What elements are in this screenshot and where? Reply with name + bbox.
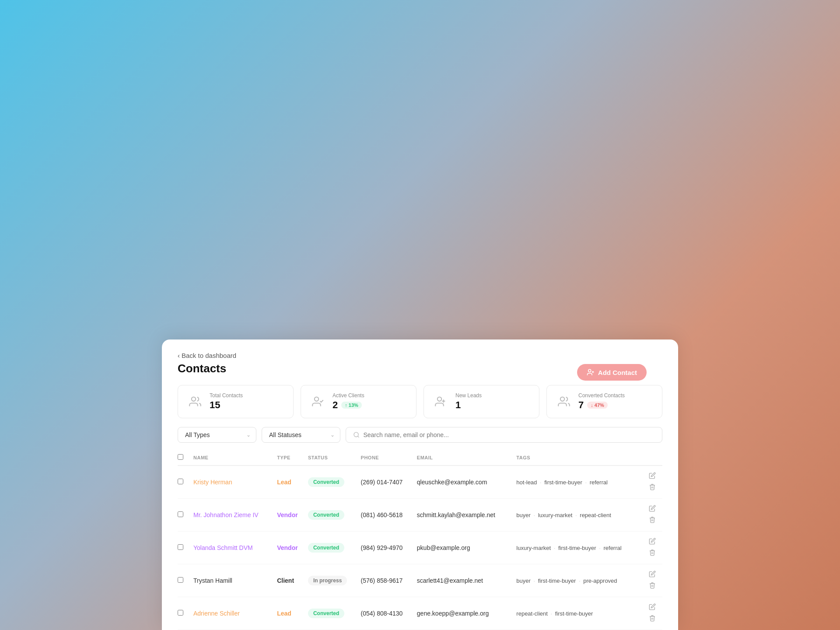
row-checkbox[interactable] xyxy=(178,577,183,583)
row-checkbox[interactable] xyxy=(178,610,183,616)
delete-icon[interactable] xyxy=(649,516,656,525)
contact-type: Lead xyxy=(277,479,291,486)
tag: repeat-client xyxy=(516,610,548,617)
status-badge: In progress xyxy=(308,576,347,585)
svg-point-5 xyxy=(438,397,441,401)
col-email: EMAIL xyxy=(417,450,517,466)
status-filter[interactable]: All Statuses Converted In progress ⌄ xyxy=(262,427,340,443)
stat-card-new-leads: New Leads 1 xyxy=(424,385,539,418)
contact-name[interactable]: Trystan Hamill xyxy=(193,577,232,584)
add-contact-button[interactable]: Add Contact xyxy=(577,364,647,381)
contact-name[interactable]: Adrienne Schiller xyxy=(193,610,240,617)
back-label: Back to dashboard xyxy=(182,352,236,359)
row-checkbox[interactable] xyxy=(178,544,183,550)
tag-separator: · xyxy=(574,512,578,518)
row-actions xyxy=(648,472,657,492)
total-contacts-value: 15 xyxy=(210,399,243,411)
type-filter[interactable]: All Types Lead Vendor Client ⌄ xyxy=(178,427,256,443)
contact-name[interactable]: Mr. Johnathon Zieme IV xyxy=(193,511,259,518)
stat-card-total-contacts: Total Contacts 15 xyxy=(178,385,294,418)
delete-icon[interactable] xyxy=(649,582,656,591)
search-icon xyxy=(353,431,360,438)
back-to-dashboard-link[interactable]: ‹ Back to dashboard xyxy=(178,352,662,359)
svg-point-9 xyxy=(354,432,358,437)
tag: first-time-buyer xyxy=(538,578,576,584)
contact-tags: luxury-market · first-time-buyer · refer… xyxy=(516,532,648,564)
tag-separator: · xyxy=(598,545,602,551)
delete-icon[interactable] xyxy=(649,615,656,623)
row-checkbox[interactable] xyxy=(178,511,183,517)
table-row: Mr. Johnathon Zieme IV Vendor Converted … xyxy=(178,499,662,532)
back-chevron-icon: ‹ xyxy=(178,352,180,359)
contact-phone: (984) 929-4970 xyxy=(361,532,417,564)
add-contact-icon xyxy=(587,368,595,376)
select-all-checkbox[interactable] xyxy=(178,454,183,460)
table-row: Adrienne Schiller Lead Converted (054) 8… xyxy=(178,597,662,630)
search-input[interactable] xyxy=(363,431,655,438)
contact-type: Vendor xyxy=(277,511,298,518)
row-actions xyxy=(648,505,657,525)
total-contacts-label: Total Contacts xyxy=(210,392,243,399)
table-row: Trystan Hamill Client In progress (576) … xyxy=(178,564,662,597)
tag-separator: · xyxy=(584,479,588,486)
contact-type: Lead xyxy=(277,610,291,617)
stat-card-active-clients: Active Clients 2 ↑ 13% xyxy=(301,385,416,418)
tag: referral xyxy=(603,545,621,551)
active-clients-badge: ↑ 13% xyxy=(341,402,362,409)
tag: referral xyxy=(590,479,608,486)
active-clients-label: Active Clients xyxy=(332,392,364,399)
contact-tags: buyer · first-time-buyer · pre-approved xyxy=(516,564,648,597)
tag: hot-lead xyxy=(516,479,537,486)
edit-icon[interactable] xyxy=(649,570,656,579)
tag-separator: · xyxy=(577,578,582,584)
tag-separator: · xyxy=(538,479,543,486)
add-contact-label: Add Contact xyxy=(598,369,637,376)
svg-point-3 xyxy=(192,397,196,401)
delete-icon[interactable] xyxy=(649,549,656,558)
edit-icon[interactable] xyxy=(649,505,656,514)
contact-tags: hot-lead · first-time-buyer · referral xyxy=(516,466,648,499)
new-leads-icon xyxy=(433,393,449,410)
delete-icon[interactable] xyxy=(649,483,656,492)
type-filter-select[interactable]: All Types Lead Vendor Client xyxy=(185,431,249,438)
contact-name[interactable]: Yolanda Schmitt DVM xyxy=(193,544,253,551)
status-badge: Converted xyxy=(308,609,344,618)
converted-contacts-badge: ↓ 47% xyxy=(587,402,608,409)
tag: buyer xyxy=(516,512,531,518)
edit-icon[interactable] xyxy=(649,538,656,546)
contact-email: qleuschke@example.com xyxy=(417,466,517,499)
tag: first-time-buyer xyxy=(558,545,596,551)
new-leads-label: New Leads xyxy=(455,392,482,399)
contact-phone: (576) 858-9617 xyxy=(361,564,417,597)
row-actions xyxy=(648,603,657,623)
status-filter-select[interactable]: All Statuses Converted In progress xyxy=(269,431,333,438)
contact-email: gene.koepp@example.org xyxy=(417,597,517,630)
edit-icon[interactable] xyxy=(649,603,656,612)
col-type: TYPE xyxy=(277,450,308,466)
contact-type: Vendor xyxy=(277,544,298,551)
contact-phone: (269) 014-7407 xyxy=(361,466,417,499)
row-actions xyxy=(648,570,657,591)
tag-separator: · xyxy=(532,578,537,584)
tag-separator: · xyxy=(552,545,557,551)
contact-email: scarlett41@example.net xyxy=(417,564,517,597)
svg-point-4 xyxy=(315,397,318,401)
search-box[interactable] xyxy=(346,427,662,443)
tag: first-time-buyer xyxy=(555,610,593,617)
contact-email: schmitt.kaylah@example.net xyxy=(417,499,517,532)
new-leads-value: 1 xyxy=(455,399,482,411)
contacts-table: NAME TYPE STATUS PHONE EMAIL TAGS Kristy… xyxy=(178,450,662,630)
contact-tags: buyer · luxury-market · repeat-client xyxy=(516,499,648,532)
row-checkbox[interactable] xyxy=(178,479,183,484)
edit-icon[interactable] xyxy=(649,472,656,481)
contact-tags: repeat-client · first-time-buyer xyxy=(516,597,648,630)
tag: buyer xyxy=(516,578,531,584)
total-contacts-icon xyxy=(187,393,203,410)
contact-name[interactable]: Kristy Herman xyxy=(193,479,232,486)
status-badge: Converted xyxy=(308,510,344,520)
col-actions xyxy=(648,450,662,466)
tag-separator: · xyxy=(532,512,537,518)
contact-email: pkub@example.org xyxy=(417,532,517,564)
converted-contacts-label: Converted Contacts xyxy=(578,392,625,399)
table-row: Kristy Herman Lead Converted (269) 014-7… xyxy=(178,466,662,499)
